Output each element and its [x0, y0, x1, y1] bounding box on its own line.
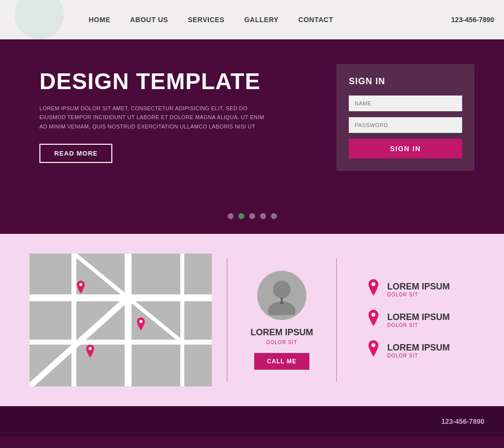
- info-sub-2: DOLOR SIT: [387, 322, 450, 328]
- nav-item-contact[interactable]: CONTACT: [299, 16, 334, 24]
- footer: 123-456-7890: [0, 406, 504, 437]
- location-pin-icon-1: [367, 279, 380, 300]
- dot-5[interactable]: [271, 213, 277, 219]
- header-phone: 123-456-7890: [451, 16, 494, 24]
- slider-dots: [228, 213, 277, 219]
- signin-title: SIGN IN: [349, 76, 462, 87]
- svg-rect-0: [30, 254, 212, 386]
- avatar: [257, 271, 306, 320]
- hero-content: DESIGN TEMPLATE LOREM IPSUM DOLOR SIT AM…: [39, 59, 317, 163]
- info-title-1: LOREM IPSUM: [387, 282, 450, 292]
- info-text-block-1: LOREM IPSUM DOLOR SIT: [387, 282, 450, 297]
- list-item: LOREM IPSUM DOLOR SIT: [367, 310, 450, 330]
- signin-button[interactable]: SIGN IN: [349, 139, 462, 159]
- dot-1[interactable]: [228, 213, 234, 219]
- svg-point-10: [89, 347, 92, 350]
- svg-rect-14: [281, 297, 283, 304]
- profile-sub: DOLOR SIT: [267, 340, 298, 345]
- read-more-button[interactable]: READ MORE: [39, 144, 112, 163]
- hero-section: DESIGN TEMPLATE LOREM IPSUM DOLOR SIT AM…: [0, 39, 504, 234]
- map-pin-2: [135, 318, 146, 332]
- info-sub-3: DOLOR SIT: [387, 353, 450, 358]
- nav-item-services[interactable]: SERVICES: [188, 16, 225, 24]
- info-text-block-2: LOREM IPSUM DOLOR SIT: [387, 312, 450, 328]
- location-pin-icon-3: [367, 340, 380, 361]
- hero-title: DESIGN TEMPLATE: [39, 69, 317, 94]
- list-item: LOREM IPSUM DOLOR SIT: [367, 340, 450, 361]
- svg-point-11: [273, 281, 291, 298]
- info-sub-1: DOLOR SIT: [387, 292, 450, 297]
- nav-item-about[interactable]: ABOUT US: [130, 16, 168, 24]
- password-input[interactable]: [349, 117, 462, 133]
- location-pin-icon-2: [367, 310, 380, 330]
- nav-item-home[interactable]: HOME: [89, 16, 110, 24]
- header: HOME ABOUT US SERVICES GALLERY CONTACT 1…: [0, 0, 504, 39]
- divider-2: [336, 258, 337, 382]
- hero-body-text: LOREM IPSUM DOLOR SIT AMET, CONSECTETUR …: [39, 104, 271, 131]
- lower-section: LOREM IPSUM DOLOR SIT CALL ME LOREM IPSU…: [0, 234, 504, 406]
- call-button[interactable]: CALL ME: [254, 353, 309, 370]
- map-widget: [30, 254, 212, 386]
- profile-name: LOREM IPSUM: [250, 327, 313, 338]
- info-title-3: LOREM IPSUM: [387, 343, 450, 353]
- footer-phone: 123-456-7890: [441, 417, 484, 425]
- dot-4[interactable]: [260, 213, 266, 219]
- divider-1: [227, 258, 228, 382]
- nav-item-gallery[interactable]: GALLERY: [244, 16, 279, 24]
- svg-point-17: [371, 343, 375, 347]
- name-input[interactable]: [349, 96, 462, 111]
- nav-menu: HOME ABOUT US SERVICES GALLERY CONTACT 1…: [89, 16, 494, 24]
- profile-card: LOREM IPSUM DOLOR SIT CALL ME: [242, 271, 321, 370]
- signin-card: SIGN IN SIGN IN: [336, 64, 474, 171]
- info-list: LOREM IPSUM DOLOR SIT LOREM IPSUM DOLOR …: [367, 279, 450, 361]
- info-title-2: LOREM IPSUM: [387, 312, 450, 322]
- svg-point-8: [79, 283, 82, 286]
- svg-point-9: [139, 320, 142, 323]
- logo: [15, 0, 64, 39]
- info-text-block-3: LOREM IPSUM DOLOR SIT: [387, 343, 450, 358]
- map-pin-3: [85, 345, 96, 359]
- svg-point-16: [371, 313, 375, 317]
- dot-3[interactable]: [249, 213, 255, 219]
- map-pin-1: [75, 281, 86, 295]
- dot-2[interactable]: [238, 213, 244, 219]
- list-item: LOREM IPSUM DOLOR SIT: [367, 279, 450, 300]
- svg-point-15: [371, 282, 375, 286]
